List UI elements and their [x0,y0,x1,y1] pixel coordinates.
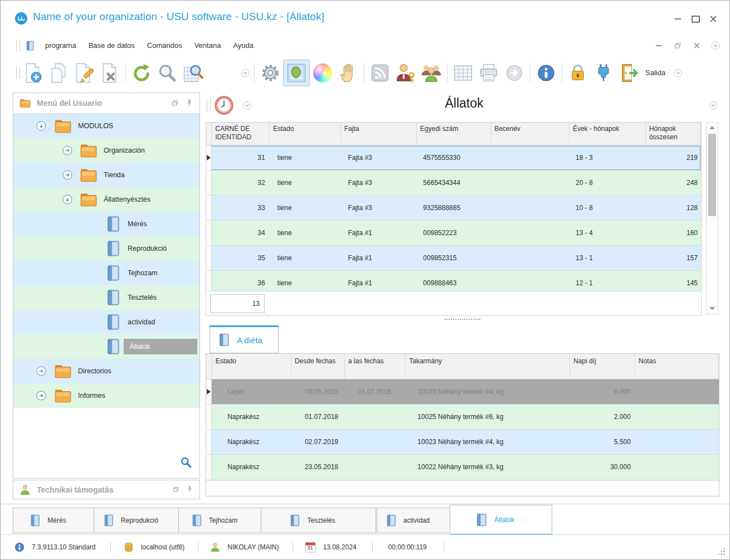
support-panel[interactable]: Technikai támogatás [13,480,200,499]
copy-record-button[interactable] [46,60,71,86]
map-button[interactable] [283,60,310,86]
column-header[interactable]: Estado [212,354,291,379]
tree-item-actividad[interactable]: actividad [13,310,199,334]
column-header[interactable]: Notas [635,354,719,379]
close-tab-icon[interactable] [435,517,443,524]
menu-base-de-datos[interactable]: Base de datos [82,38,141,53]
tree-item-allattenyesztes[interactable]: Állattenyésztés [13,187,199,212]
collapse-node-icon[interactable] [35,119,48,133]
panel-float-icon[interactable] [172,485,180,494]
resize-grip[interactable] [717,547,725,555]
close-tab-icon[interactable] [72,517,80,524]
connection-button[interactable] [591,60,616,86]
close-tab-icon[interactable] [243,517,251,524]
table-row[interactable]: 32 tiene Fajta #3 5665434344 20 - 8 248 [206,171,701,196]
table-row-selected[interactable]: Lejárt 09.05.2018 01.07.2018 10023 Néhán… [206,379,719,405]
doc-tab-tejhozam[interactable]: Tejhozam [178,508,262,533]
column-header[interactable]: a las fechas [345,354,406,379]
collapse-node-icon[interactable] [61,193,74,206]
search-table-button[interactable] [180,60,206,86]
maximize-button[interactable] [688,14,703,24]
doc-tab-actividad[interactable]: actividad [377,508,451,533]
close-tab-icon[interactable] [341,517,349,524]
column-header[interactable]: Évek - hónapok [570,123,646,145]
settings-button[interactable] [257,60,283,86]
expand-node-icon[interactable] [61,168,74,182]
menu-ayuda[interactable]: Ayuda [227,38,260,53]
panel-pin-icon[interactable] [186,485,194,494]
tree-item-directorios[interactable]: Directorios [13,359,199,383]
column-header[interactable]: CARNÉ DE IDENTIDAD [212,123,270,145]
column-header[interactable]: Hónapok összesen [646,123,701,145]
info-button[interactable] [533,60,559,86]
doc-tab-teszteles[interactable]: Tesztelés [261,508,376,533]
doc-tab-reprodukcio[interactable]: Reprodukció [94,508,180,533]
tree-item-tienda[interactable]: Tienda [13,163,199,187]
panel-pin-icon[interactable] [185,99,194,108]
scroll-down-button[interactable] [707,304,718,314]
database-icon[interactable] [123,542,134,553]
doc-tab-meres[interactable]: Mérés [13,508,95,533]
tab-a-dieta[interactable]: A diéta [210,325,279,353]
mdi-restore-button[interactable] [670,41,685,51]
column-header[interactable]: Estado [270,123,341,145]
menu-ventana[interactable]: Ventana [188,38,227,53]
minimize-button[interactable] [670,14,685,24]
tree-item-informes[interactable]: Informes [13,383,199,408]
table-row[interactable]: 35 tiene Fajta #1 009852315 13 - 1 157 [206,246,701,271]
search-button[interactable] [154,60,180,86]
table-row[interactable]: Naprakész 23.05.2018 10022 Néhány termék… [206,455,719,480]
lock-button[interactable] [565,60,591,86]
column-header[interactable]: Desde fechas [291,354,345,379]
column-header[interactable]: Fajta [341,123,417,145]
column-header[interactable]: Egyedi szám [417,123,491,145]
tree-item-meres[interactable]: Mérés [13,212,199,236]
menubar-options-chevron-icon[interactable] [709,40,722,52]
mdi-close-button[interactable] [689,41,704,51]
tree-search-icon[interactable] [179,456,193,469]
header-right-chevron-icon[interactable] [707,99,719,111]
column-header[interactable]: Napi díj [570,354,635,379]
menubar-grip[interactable] [16,40,20,52]
tree-item-modulos[interactable]: MODULOS [13,114,199,138]
close-button[interactable] [706,14,721,24]
toolbar-right-chevron-icon[interactable] [672,67,684,79]
info-icon[interactable] [14,542,25,553]
user-icon[interactable] [210,542,221,553]
mdi-minimize-button[interactable] [651,41,666,51]
tree-item-organizacion[interactable]: Organización [13,138,199,163]
toolbar-overflow-chevron-icon[interactable] [239,67,251,79]
table-row[interactable]: Naprakész 01.07.2018 10025 Néhány termék… [206,405,719,430]
menu-programa[interactable]: programa [39,38,82,53]
new-record-button[interactable] [20,60,46,86]
expand-node-icon[interactable] [35,364,48,378]
scroll-up-button[interactable] [707,123,718,133]
table-row[interactable]: 34 tiene Fajta #1 009852223 13 - 4 160 [206,221,701,246]
tree-item-teszteles[interactable]: Tesztelés [13,285,199,310]
tree-item-allatok-selected[interactable]: Állatok [13,334,199,359]
expand-node-icon[interactable] [61,144,74,157]
record-count-box[interactable]: 13 [210,294,265,313]
edit-record-button[interactable] [71,60,97,86]
table-row[interactable]: 33 tiene Fajta #3 9325888885 10 - 8 128 [206,196,701,221]
print-button[interactable] [476,60,502,86]
toolbar-grip[interactable] [16,67,20,79]
delete-record-button[interactable] [97,60,123,86]
vertical-scrollbar[interactable] [706,122,718,314]
table-row-selected[interactable]: 31 tiene Fajta #3 4575555330 18 - 3 219 [206,145,701,171]
tree-item-reprodukcio[interactable]: Reprodukció [13,236,199,261]
tree-item-tejhozam[interactable]: Tejhozam [13,261,199,285]
table-view-button[interactable] [450,60,476,86]
close-tab-icon[interactable] [520,516,528,524]
exit-button[interactable]: Salida [616,62,669,84]
horizontal-splitter[interactable] [206,316,719,322]
go-button[interactable] [502,60,527,86]
colors-button[interactable] [310,60,335,86]
users-button[interactable] [418,60,444,86]
panel-float-icon[interactable] [171,99,179,108]
user-permissions-button[interactable] [393,60,418,86]
column-header[interactable]: Takarmány [406,354,570,379]
doc-tab-allatok-active[interactable]: Állatok [450,505,552,536]
table-row[interactable]: Naprakész 02.07.2019 10023 Néhány termék… [206,430,719,455]
feed-button[interactable] [367,60,393,86]
